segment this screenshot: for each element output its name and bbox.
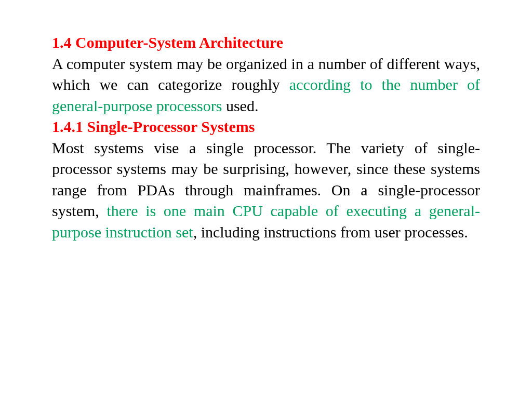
para1-text-2: used. <box>222 97 258 114</box>
para2-text-2: , including instructions from user proce… <box>193 223 468 241</box>
document-body: 1.4 Computer-System Architecture A compu… <box>52 32 480 243</box>
paragraph-2: Most systems vise a single processor. Th… <box>52 138 480 243</box>
paragraph-1: A computer system may be organized in a … <box>52 54 480 117</box>
section-heading-1-4-1: 1.4.1 Single-Processor Systems <box>52 116 480 138</box>
section-heading-1-4: 1.4 Computer-System Architecture <box>52 32 480 54</box>
